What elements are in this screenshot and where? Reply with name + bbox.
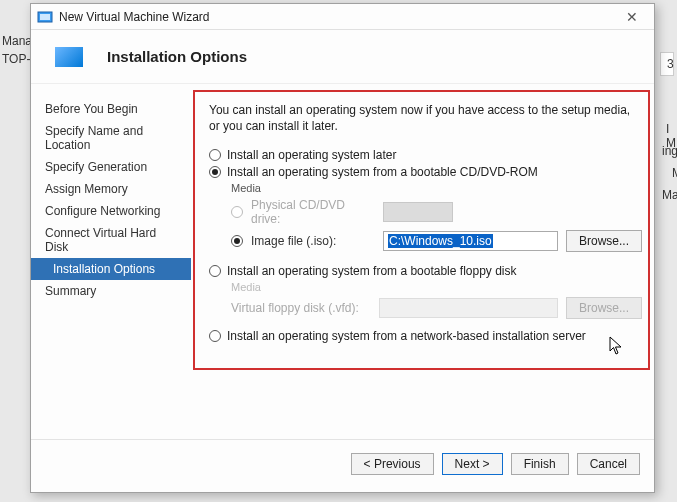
step-summary[interactable]: Summary: [31, 280, 191, 302]
page-title: Installation Options: [107, 48, 247, 65]
step-sidebar: Before You Begin Specify Name and Locati…: [31, 84, 191, 439]
radio-icon[interactable]: [209, 166, 221, 178]
virtual-floppy-label: Virtual floppy disk (.vfd):: [231, 301, 371, 315]
step-specify-name[interactable]: Specify Name and Location: [31, 120, 191, 156]
wizard-header: Installation Options: [31, 30, 654, 84]
option-install-floppy[interactable]: Install an operating system from a boota…: [209, 264, 642, 278]
titlebar[interactable]: New Virtual Machine Wizard ✕: [31, 4, 654, 30]
cancel-button[interactable]: Cancel: [577, 453, 640, 475]
finish-button[interactable]: Finish: [511, 453, 569, 475]
radio-icon[interactable]: [209, 149, 221, 161]
option-install-network[interactable]: Install an operating system from a netwo…: [209, 329, 642, 343]
bg-text: Mana: [656, 184, 677, 206]
bg-text: M: [666, 162, 677, 184]
step-connect-vhd[interactable]: Connect Virtual Hard Disk: [31, 222, 191, 258]
iso-path-input[interactable]: C:\Windows_10.iso: [383, 231, 558, 251]
bg-text: 3: [660, 52, 674, 76]
window-title: New Virtual Machine Wizard: [59, 10, 616, 24]
wizard-footer: < Previous Next > Finish Cancel: [31, 439, 654, 487]
option-install-cd[interactable]: Install an operating system from a boota…: [209, 165, 642, 179]
wizard-dialog: New Virtual Machine Wizard ✕ Installatio…: [30, 3, 655, 493]
svg-rect-1: [40, 14, 50, 20]
step-installation-options[interactable]: Installation Options: [31, 258, 191, 280]
step-specify-generation[interactable]: Specify Generation: [31, 156, 191, 178]
next-button[interactable]: Next >: [442, 453, 503, 475]
option-label: Install an operating system later: [227, 148, 396, 162]
row-image-file: Image file (.iso): C:\Windows_10.iso Bro…: [231, 230, 642, 252]
option-label: Install an operating system from a boota…: [227, 165, 538, 179]
physical-drive-dropdown: [383, 202, 453, 222]
image-file-label: Image file (.iso):: [251, 234, 375, 248]
radio-icon[interactable]: [209, 330, 221, 342]
vfd-path-input: [379, 298, 558, 318]
radio-icon: [231, 206, 243, 218]
browse-vfd-button: Browse...: [566, 297, 642, 319]
option-label: Install an operating system from a netwo…: [227, 329, 586, 343]
header-icon: [55, 47, 83, 67]
close-icon[interactable]: ✕: [616, 9, 648, 25]
option-label: Install an operating system from a boota…: [227, 264, 517, 278]
row-physical-drive: Physical CD/DVD drive:: [231, 198, 642, 226]
option-install-later[interactable]: Install an operating system later: [209, 148, 642, 162]
content-pane: You can install an operating system now …: [191, 84, 654, 439]
radio-icon[interactable]: [231, 235, 243, 247]
app-icon: [37, 9, 53, 25]
previous-button[interactable]: < Previous: [351, 453, 434, 475]
bg-text: ings.: [656, 140, 677, 162]
browse-iso-button[interactable]: Browse...: [566, 230, 642, 252]
intro-text: You can install an operating system now …: [209, 102, 636, 134]
physical-drive-label: Physical CD/DVD drive:: [251, 198, 375, 226]
step-before-you-begin[interactable]: Before You Begin: [31, 98, 191, 120]
media-group-label: Media: [231, 182, 642, 194]
radio-icon[interactable]: [209, 265, 221, 277]
media-group-label: Media: [231, 281, 642, 293]
row-virtual-floppy: Virtual floppy disk (.vfd): Browse...: [231, 297, 642, 319]
step-assign-memory[interactable]: Assign Memory: [31, 178, 191, 200]
iso-path-value: C:\Windows_10.iso: [388, 234, 493, 248]
step-configure-networking[interactable]: Configure Networking: [31, 200, 191, 222]
